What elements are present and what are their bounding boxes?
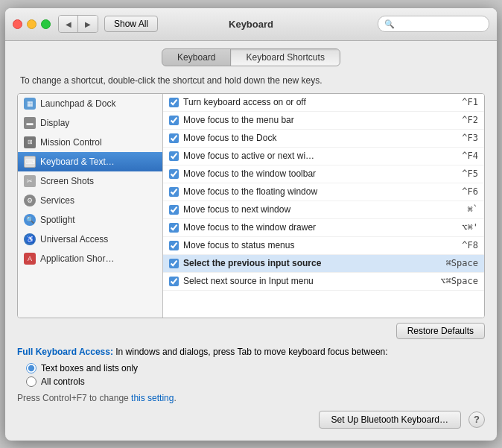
radio-allcontrols-label: All controls [41, 376, 85, 387]
shortcut-row: Move focus to the window drawer ⌥⌘' [163, 219, 484, 237]
radio-textboxes-label: Text boxes and lists only [41, 363, 138, 373]
shortcut-row: Select next source in Input menu ⌥⌘Space [163, 273, 484, 291]
sidebar-label-display: Display [40, 118, 69, 128]
tab-group: Keyboard Keyboard Shortcuts [162, 48, 340, 66]
minimize-button[interactable] [27, 19, 36, 29]
shortcut-checkbox-5[interactable] [169, 187, 179, 197]
sidebar-item-services[interactable]: ⚙ Services [18, 191, 162, 210]
shortcut-key-10: ⌥⌘Space [440, 276, 478, 286]
sidebar-label-screenshots: Screen Shots [40, 176, 94, 186]
search-input[interactable] [398, 19, 483, 29]
services-icon: ⚙ [24, 195, 36, 206]
sidebar-item-spotlight[interactable]: 🔍 Spotlight [18, 210, 162, 230]
shortcut-row: Move focus to active or next wi… ^F4 [163, 148, 484, 165]
tab-shortcuts[interactable]: Keyboard Shortcuts [231, 49, 339, 66]
sidebar-label-universal: Universal Access [40, 234, 108, 244]
shortcut-key-8: ^F8 [462, 240, 478, 250]
bottom-section: Full Keyboard Access: In windows and dia… [17, 347, 485, 403]
press-control-text: Press Control+F7 to change this setting. [17, 393, 485, 403]
shortcut-label-10: Select next source in Input menu [183, 276, 436, 286]
shortcut-label-9: Select the previous input source [183, 258, 442, 268]
sidebar-label-services: Services [40, 195, 74, 206]
restore-defaults-button[interactable]: Restore Defaults [396, 323, 485, 339]
spotlight-icon: 🔍 [24, 214, 36, 226]
shortcut-key-2: ^F3 [462, 133, 478, 143]
keyboard-icon: ⌨ [24, 156, 36, 168]
radio-allcontrols[interactable] [26, 376, 36, 387]
shortcut-checkbox-4[interactable] [169, 169, 179, 179]
bluetooth-button[interactable]: Set Up Bluetooth Keyboard… [319, 411, 461, 429]
shortcut-checkbox-1[interactable] [169, 116, 179, 125]
universal-icon: ♿ [24, 233, 36, 245]
launchpad-icon: ▦ [24, 98, 36, 110]
titlebar: ◀ ▶ Show All Keyboard 🔍 [5, 8, 497, 41]
sidebar-label-launchpad: Launchpad & Dock [40, 98, 115, 109]
shortcut-checkbox-6[interactable] [169, 205, 179, 215]
sidebar: ▦ Launchpad & Dock ▬ Display ⊞ Mission C… [18, 94, 163, 318]
shortcut-key-9: ⌘Space [446, 258, 478, 268]
shortcut-label-2: Move focus to the Dock [183, 133, 457, 143]
tabs-container: Keyboard Keyboard Shortcuts [17, 48, 485, 66]
back-button[interactable]: ◀ [59, 16, 78, 32]
main-panel: ▦ Launchpad & Dock ▬ Display ⊞ Mission C… [17, 93, 485, 318]
shortcut-checkbox-3[interactable] [169, 151, 179, 161]
close-button[interactable] [13, 19, 22, 29]
search-icon: 🔍 [384, 19, 395, 29]
sidebar-item-universal[interactable]: ♿ Universal Access [18, 230, 162, 249]
sidebar-item-display[interactable]: ▬ Display [18, 113, 162, 133]
shortcut-key-5: ^F6 [462, 186, 478, 197]
display-icon: ▬ [24, 117, 36, 129]
tab-keyboard[interactable]: Keyboard [162, 49, 231, 66]
shortcut-label-7: Move focus to the window drawer [183, 222, 457, 233]
sidebar-label-mission: Mission Control [40, 137, 102, 148]
traffic-lights [13, 19, 51, 29]
hint-text: To change a shortcut, double-click the s… [17, 75, 485, 86]
shortcut-checkbox-2[interactable] [169, 133, 179, 143]
shortcut-checkbox-7[interactable] [169, 223, 179, 233]
shortcut-checkbox-9[interactable] [169, 259, 179, 268]
shortcut-label-1: Move focus to the menu bar [183, 115, 457, 125]
radio-option-textboxes[interactable]: Text boxes and lists only [26, 363, 485, 373]
shortcut-row: Move focus to the Dock ^F3 [163, 130, 484, 148]
sidebar-item-screenshots[interactable]: ✂ Screen Shots [18, 171, 162, 191]
shortcut-label-4: Move focus to the window toolbar [183, 168, 457, 179]
sidebar-item-app[interactable]: A Application Shor… [18, 249, 162, 268]
screen-icon: ✂ [24, 175, 36, 187]
radio-group: Text boxes and lists only All controls [26, 363, 485, 387]
shortcut-key-4: ^F5 [462, 168, 478, 179]
bottom-bar: Set Up Bluetooth Keyboard… ? [17, 403, 485, 429]
sidebar-item-mission[interactable]: ⊞ Mission Control [18, 133, 162, 152]
this-setting-link[interactable]: this setting [131, 393, 174, 403]
press-text-plain: Press Control+F7 to change [17, 393, 131, 403]
sidebar-item-launchpad[interactable]: ▦ Launchpad & Dock [18, 94, 162, 113]
mission-icon: ⊞ [24, 136, 36, 148]
shortcut-key-7: ⌥⌘' [462, 222, 478, 233]
shortcut-key-1: ^F2 [462, 115, 478, 125]
maximize-button[interactable] [41, 19, 51, 29]
shortcut-label-8: Move focus to status menus [183, 240, 457, 250]
shortcut-row: Move focus to the window toolbar ^F5 [163, 165, 484, 183]
shortcut-label-0: Turn keyboard access on or off [183, 97, 457, 107]
full-keyboard-heading: Full Keyboard Access: In windows and dia… [17, 347, 485, 357]
search-box[interactable]: 🔍 [378, 16, 489, 32]
shortcut-checkbox-8[interactable] [169, 241, 179, 250]
forward-button[interactable]: ▶ [78, 16, 98, 32]
help-button[interactable]: ? [468, 411, 485, 428]
sidebar-label-keyboard: Keyboard & Text… [40, 157, 115, 167]
nav-buttons: ◀ ▶ [58, 15, 98, 33]
radio-textboxes[interactable] [26, 363, 36, 373]
shortcut-row: Turn keyboard access on or off ^F1 [163, 94, 484, 112]
full-keyboard-description: In windows and dialogs, press Tab to mov… [115, 347, 387, 357]
shortcut-row-highlighted: Select the previous input source ⌘Space [163, 255, 484, 273]
sidebar-label-spotlight: Spotlight [40, 215, 75, 225]
shortcut-key-0: ^F1 [462, 97, 478, 107]
radio-option-allcontrols[interactable]: All controls [26, 376, 485, 387]
sidebar-item-keyboard[interactable]: ⌨ Keyboard & Text… [18, 152, 162, 171]
show-all-button[interactable]: Show All [104, 16, 158, 32]
shortcut-checkbox-0[interactable] [169, 98, 179, 107]
shortcut-row: Move focus to status menus ^F8 [163, 237, 484, 255]
window-title: Keyboard [229, 19, 273, 30]
shortcut-list: Turn keyboard access on or off ^F1 Move … [163, 94, 484, 318]
shortcut-checkbox-10[interactable] [169, 277, 179, 286]
app-icon: A [24, 253, 36, 265]
